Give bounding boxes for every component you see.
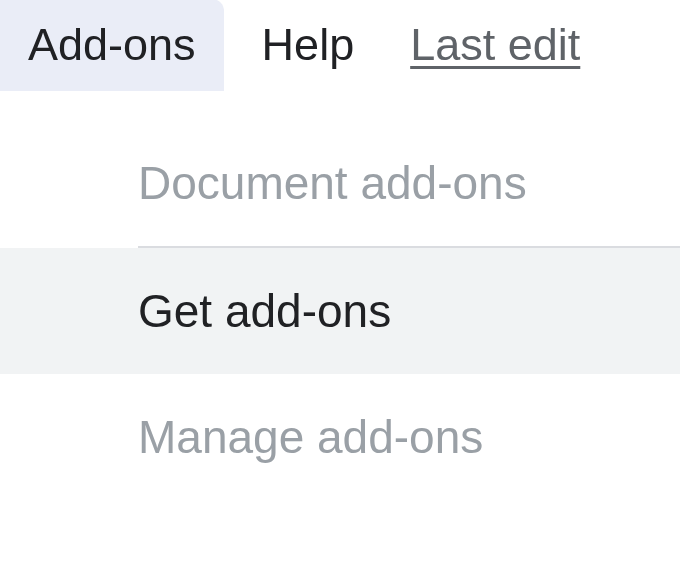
- menu-addons[interactable]: Add-ons: [0, 0, 224, 91]
- menubar: Add-ons Help Last edit: [0, 0, 680, 90]
- menu-help[interactable]: Help: [224, 0, 393, 91]
- addons-dropdown: Document add-ons Get add-ons Manage add-…: [0, 120, 680, 500]
- dropdown-document-addons: Document add-ons: [0, 120, 680, 246]
- last-edit-link[interactable]: Last edit: [392, 19, 580, 71]
- dropdown-get-addons[interactable]: Get add-ons: [0, 248, 680, 374]
- dropdown-manage-addons[interactable]: Manage add-ons: [0, 374, 680, 500]
